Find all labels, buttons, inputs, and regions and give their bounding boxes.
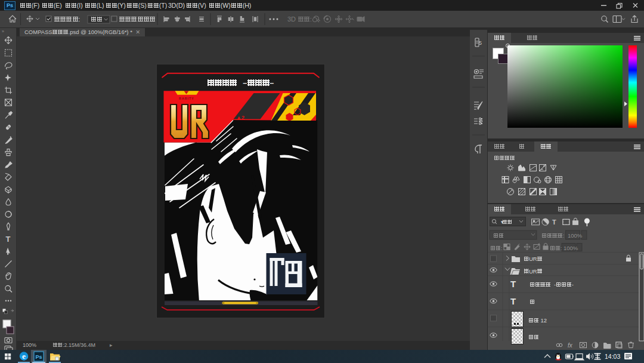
- svg-text:T: T: [6, 235, 11, 244]
- svg-text:e: e: [22, 352, 26, 361]
- svg-text:14:03: 14:03: [605, 353, 620, 360]
- svg-text:T: T: [552, 219, 556, 226]
- svg-text:5: 5: [479, 40, 482, 46]
- svg-text:fx: fx: [568, 342, 573, 349]
- svg-text:»: »: [2, 29, 4, 33]
- svg-text:T: T: [510, 296, 516, 306]
- svg-text:RARITY: RARITY: [179, 97, 194, 100]
- svg-text:Ps: Ps: [35, 354, 42, 360]
- svg-text:▲2: ▲2: [236, 115, 244, 121]
- svg-text:T: T: [510, 279, 516, 289]
